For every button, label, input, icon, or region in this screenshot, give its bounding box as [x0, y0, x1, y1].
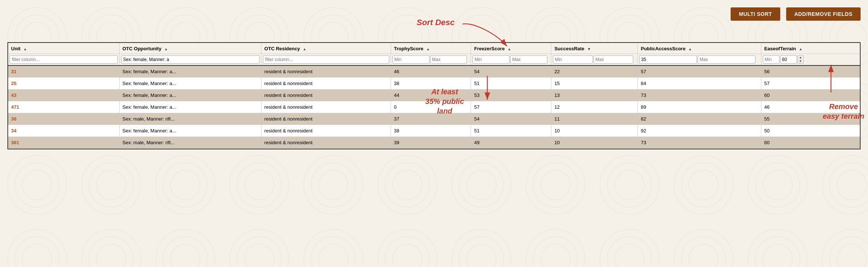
- unit-link[interactable]: 36: [11, 116, 16, 122]
- cell-otc_opportunity: Sex: female, Manner: a...: [119, 78, 261, 89]
- unit-link[interactable]: 25: [11, 81, 16, 86]
- cell-trophy_score: 39: [391, 137, 471, 149]
- col-header-freezer[interactable]: FreezerScore ▲: [471, 43, 551, 54]
- sort-icon-success[interactable]: ▼: [587, 47, 591, 51]
- cell-otc_residency: resident & nonresident: [261, 101, 391, 113]
- filter-ease-min[interactable]: [763, 55, 779, 64]
- cell-trophy_score: 38: [391, 125, 471, 137]
- cell-otc_opportunity: Sex: female, Manner: a...: [119, 89, 261, 101]
- cell-success_rate: 10: [551, 125, 638, 137]
- cell-unit[interactable]: 36: [8, 113, 119, 125]
- table-row: 34Sex: female, Manner: a...resident & no…: [8, 125, 860, 137]
- filter-cell-public: [638, 54, 761, 66]
- table-row: 471Sex: female, Manner: a...resident & n…: [8, 101, 860, 113]
- filter-trophy-min[interactable]: [393, 55, 430, 64]
- cell-otc_opportunity: Sex: female, Manner: a...: [119, 125, 261, 137]
- cell-freezer_score: 54: [471, 113, 551, 125]
- cell-ease_terrain: 55: [761, 113, 860, 125]
- unit-link[interactable]: 31: [11, 69, 16, 74]
- filter-trophy-max[interactable]: [430, 55, 467, 64]
- sort-icon-ease[interactable]: ▲: [799, 47, 802, 51]
- col-header-public-label: PublicAccessScore: [641, 46, 685, 51]
- col-header-ease[interactable]: EaseofTerrain ▲: [761, 43, 860, 54]
- filter-freezer-min[interactable]: [473, 55, 510, 64]
- filter-input-otc[interactable]: [121, 55, 260, 64]
- filter-cell-unit: [8, 54, 119, 66]
- data-table-container: Unit ▲ OTC Opportunity ▲ OTC Residency ▲…: [7, 42, 861, 149]
- cell-freezer_score: 49: [471, 137, 551, 149]
- cell-unit[interactable]: 34: [8, 125, 119, 137]
- filter-minmax-freezer: [473, 55, 550, 64]
- cell-otc_residency: resident & nonresident: [261, 125, 391, 137]
- sort-icon-otcres[interactable]: ▲: [303, 47, 307, 51]
- table-row: 36Sex: male, Manner: rifl...resident & n…: [8, 113, 860, 125]
- page-wrapper: MULTI SORT ADD/REMOVE FIELDS Sort Desc A…: [0, 0, 868, 153]
- table-row: 43Sex: female, Manner: a...resident & no…: [8, 89, 860, 101]
- filter-input-unit[interactable]: [10, 55, 118, 64]
- filter-ease-decrement[interactable]: ▼: [798, 60, 803, 63]
- cell-otc_opportunity: Sex: female, Manner: a...: [119, 65, 261, 78]
- filter-public-min[interactable]: [639, 55, 697, 64]
- cell-freezer_score: 51: [471, 125, 551, 137]
- cell-otc_opportunity: Sex: male, Manner: rifl...: [119, 113, 261, 125]
- filter-minmax-trophy: [393, 55, 470, 64]
- col-header-otc-opportunity[interactable]: OTC Opportunity ▲: [119, 43, 261, 54]
- cell-unit[interactable]: 361: [8, 137, 119, 149]
- cell-freezer_score: 57: [471, 101, 551, 113]
- data-table: Unit ▲ OTC Opportunity ▲ OTC Residency ▲…: [8, 43, 860, 149]
- cell-freezer_score: 53: [471, 89, 551, 101]
- sort-icon-public[interactable]: ▲: [688, 47, 692, 51]
- filter-ease-stepper: ▲ ▼: [798, 55, 804, 64]
- cell-public_access: 82: [638, 113, 761, 125]
- multi-sort-button[interactable]: MULTI SORT: [731, 7, 780, 21]
- sort-icon-freezer[interactable]: ▲: [508, 47, 511, 51]
- cell-unit[interactable]: 31: [8, 65, 119, 78]
- cell-public_access: 89: [638, 101, 761, 113]
- filter-public-max[interactable]: [698, 55, 755, 64]
- filter-input-otcres[interactable]: [263, 55, 389, 64]
- unit-link[interactable]: 471: [11, 104, 19, 110]
- cell-success_rate: 22: [551, 65, 638, 78]
- cell-otc_residency: resident & nonresident: [261, 137, 391, 149]
- cell-public_access: 73: [638, 137, 761, 149]
- filter-success-max[interactable]: [594, 55, 634, 64]
- sort-icon-unit[interactable]: ▲: [23, 47, 27, 51]
- cell-ease_terrain: 46: [761, 101, 860, 113]
- unit-link[interactable]: 361: [11, 140, 19, 145]
- col-header-success-label: SuccessRate: [554, 46, 584, 51]
- col-header-unit[interactable]: Unit ▲: [8, 43, 119, 54]
- unit-link[interactable]: 43: [11, 92, 16, 98]
- cell-unit[interactable]: 25: [8, 78, 119, 89]
- cell-public_access: 57: [638, 65, 761, 78]
- table-filter-row: ▲ ▼: [8, 54, 860, 66]
- cell-trophy_score: 38: [391, 78, 471, 89]
- col-header-success[interactable]: SuccessRate ▼: [551, 43, 638, 54]
- unit-link[interactable]: 34: [11, 128, 16, 134]
- sort-icon-otc[interactable]: ▲: [164, 47, 168, 51]
- filter-cell-otcres: [261, 54, 391, 66]
- col-header-trophy[interactable]: TrophyScore ▲: [391, 43, 471, 54]
- col-header-public[interactable]: PublicAccessScore ▲: [638, 43, 761, 54]
- cell-otc_opportunity: Sex: female, Manner: a...: [119, 101, 261, 113]
- cell-public_access: 92: [638, 125, 761, 137]
- add-remove-fields-button[interactable]: ADD/REMOVE FIELDS: [786, 7, 861, 21]
- filter-freezer-max[interactable]: [510, 55, 547, 64]
- filter-ease-stepper-container: ▲ ▼: [763, 55, 858, 64]
- col-header-ease-label: EaseofTerrain: [764, 46, 796, 51]
- cell-otc_residency: resident & nonresident: [261, 78, 391, 89]
- filter-ease-max[interactable]: [780, 55, 797, 64]
- cell-ease_terrain: 50: [761, 125, 860, 137]
- col-header-otcres-label: OTC Residency: [264, 46, 300, 51]
- cell-ease_terrain: 56: [761, 65, 860, 78]
- top-bar: MULTI SORT ADD/REMOVE FIELDS: [7, 4, 861, 24]
- cell-freezer_score: 51: [471, 78, 551, 89]
- col-header-otc-residency[interactable]: OTC Residency ▲: [261, 43, 391, 54]
- col-header-freezer-label: FreezerScore: [474, 46, 504, 51]
- filter-ease-increment[interactable]: ▲: [798, 56, 803, 60]
- sort-icon-trophy[interactable]: ▲: [426, 47, 430, 51]
- cell-ease_terrain: 57: [761, 78, 860, 89]
- cell-public_access: 84: [638, 78, 761, 89]
- cell-unit[interactable]: 471: [8, 101, 119, 113]
- filter-success-min[interactable]: [553, 55, 593, 64]
- cell-unit[interactable]: 43: [8, 89, 119, 101]
